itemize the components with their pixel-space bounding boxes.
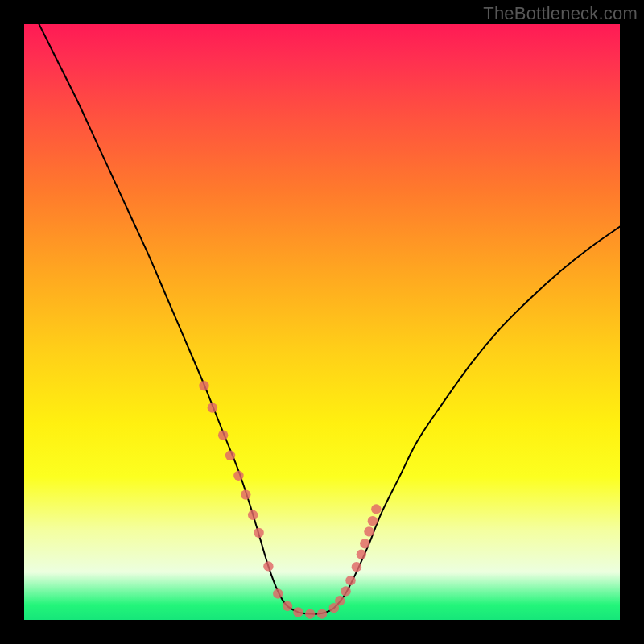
highlight-dots [199,381,381,619]
highlight-dot [335,596,345,605]
highlight-dot [341,586,350,596]
highlight-dot [208,402,217,412]
highlight-dot [225,451,235,460]
curve-svg [24,24,620,620]
highlight-dot [364,526,374,536]
highlight-dot [352,562,361,572]
highlight-dot [368,516,378,526]
highlight-dot [371,504,381,514]
highlight-dot [273,588,283,598]
highlight-dot [317,609,327,618]
highlight-dot [233,471,243,481]
chart-frame: TheBottleneck.com [0,0,644,644]
highlight-dot [248,510,258,520]
highlight-dot [241,489,250,499]
highlight-dot [218,430,228,440]
highlight-dot [293,607,303,617]
bottleneck-curve [24,24,620,614]
highlight-dot [357,549,366,559]
highlight-dot [263,561,273,571]
highlight-dot [305,609,315,618]
highlight-dot [283,601,292,611]
watermark-text: TheBottleneck.com [483,3,638,24]
highlight-dot [199,381,208,390]
highlight-dot [345,576,355,585]
highlight-dot [360,539,369,548]
plot-area [24,24,620,620]
highlight-dot [254,528,263,538]
